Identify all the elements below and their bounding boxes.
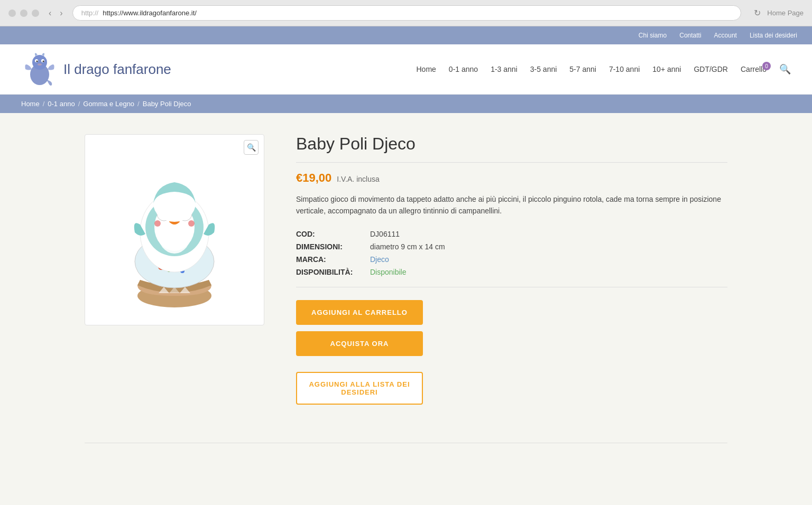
nav-home[interactable]: Home (417, 65, 436, 73)
url-bar[interactable]: http:// https://www.ildragofanfarone.it/ (72, 5, 742, 21)
traffic-light-maximize (32, 10, 39, 17)
logo-area[interactable]: Il drago fanfarone (21, 51, 171, 88)
svg-point-36 (162, 212, 164, 214)
svg-point-33 (154, 220, 161, 227)
browser-nav-arrows: ‹ › (45, 7, 66, 19)
top-nav-account[interactable]: Account (708, 30, 743, 41)
breadcrumb-0-1-anno[interactable]: 0-1 anno (48, 100, 75, 108)
back-button[interactable]: ‹ (45, 7, 54, 19)
marca-label: MARCA: (296, 255, 359, 264)
buy-now-button[interactable]: ACQUISTA ORA (296, 331, 423, 356)
cart-area[interactable]: Carrello 0 (741, 65, 767, 73)
home-page-button[interactable]: Home Page (767, 9, 804, 17)
nav-10-anni[interactable]: 10+ anni (652, 65, 681, 73)
top-nav-contatti[interactable]: Contatti (673, 30, 707, 41)
nav-0-1-anno[interactable]: 0-1 anno (449, 65, 478, 73)
dimensioni-label: DIMENSIONI: (296, 242, 359, 251)
top-nav-bar: Chi siamo Contatti Account Lista dei des… (0, 26, 812, 44)
url-protocol: http:// (81, 9, 99, 17)
nav-gdt-gdr[interactable]: GDT/GDR (694, 65, 728, 73)
product-description: Simpatico gioco di movimento da tappeto … (296, 193, 727, 217)
product-price: €19,00 I.V.A. inclusa (296, 171, 727, 185)
cart-badge: 0 (762, 62, 771, 70)
footer-divider (85, 443, 727, 443)
breadcrumb-gomma-legno[interactable]: Gomma e Legno (83, 100, 134, 108)
price-amount: €19,00 (296, 171, 331, 185)
logo-dragon-icon (21, 51, 58, 88)
breadcrumb-sep-2: / (78, 100, 80, 108)
product-divider-top (296, 162, 727, 163)
dimensioni-value: diametro 9 cm x 14 cm (370, 242, 445, 251)
product-title: Baby Poli Djeco (296, 134, 727, 154)
meta-row-marca: MARCA: Djeco (296, 255, 727, 264)
svg-point-37 (183, 212, 185, 214)
breadcrumb-current: Baby Poli Djeco (143, 100, 191, 108)
main-nav: Home 0-1 anno 1-3 anni 3-5 anni 5-7 anni… (417, 63, 791, 75)
svg-point-6 (38, 63, 42, 66)
nav-3-5-anni[interactable]: 3-5 anni (530, 65, 557, 73)
traffic-lights (8, 10, 39, 17)
breadcrumb-bar: Home / 0-1 anno / Gomma e Legno / Baby P… (0, 95, 812, 113)
svg-point-34 (188, 220, 195, 227)
disponibilita-value: Disponibile (370, 268, 406, 276)
svg-point-5 (43, 61, 44, 62)
browser-chrome: ‹ › http:// https://www.ildragofanfarone… (0, 0, 812, 26)
traffic-light-close (8, 10, 16, 17)
reload-icon[interactable]: ↻ (754, 8, 761, 18)
breadcrumb-sep-1: / (43, 100, 45, 108)
product-image-area: 🔍 (85, 134, 264, 325)
breadcrumb-home[interactable]: Home (21, 100, 40, 108)
svg-point-1 (32, 55, 47, 70)
url-text: https://www.ildragofanfarone.it/ (103, 9, 732, 17)
product-divider-bottom (296, 287, 727, 287)
product-details: Baby Poli Djeco €19,00 I.V.A. inclusa Si… (296, 134, 727, 411)
nav-1-3-anni[interactable]: 1-3 anni (491, 65, 518, 73)
svg-point-4 (36, 61, 38, 62)
zoom-icon-button[interactable]: 🔍 (244, 140, 259, 155)
breadcrumb: Home / 0-1 anno / Gomma e Legno / Baby P… (21, 100, 791, 108)
main-content: 🔍 (0, 113, 812, 432)
meta-row-disponibilita: DISPONIBILITÀ: Disponibile (296, 268, 727, 276)
marca-value[interactable]: Djeco (370, 255, 389, 264)
disponibilita-label: DISPONIBILITÀ: (296, 268, 359, 276)
nav-7-10-anni[interactable]: 7-10 anni (609, 65, 640, 73)
price-tax-label: I.V.A. inclusa (337, 175, 379, 183)
product-image (100, 145, 248, 314)
add-to-wishlist-button[interactable]: AGGIUNGI ALLA LISTA DEI DESIDERI (296, 372, 423, 405)
traffic-light-minimize (20, 10, 27, 17)
breadcrumb-sep-3: / (137, 100, 140, 108)
logo-text: Il drago fanfarone (63, 61, 171, 78)
meta-row-cod: COD: DJ06111 (296, 230, 727, 238)
add-to-cart-button[interactable]: AGGIUNGI AL CARRELLO (296, 300, 423, 325)
cod-value: DJ06111 (370, 230, 400, 238)
search-icon-button[interactable]: 🔍 (779, 63, 791, 75)
top-nav-chi-siamo[interactable]: Chi siamo (632, 30, 673, 41)
meta-row-dimensioni: DIMENSIONI: diametro 9 cm x 14 cm (296, 242, 727, 251)
cod-label: COD: (296, 230, 359, 238)
top-nav-wishlist[interactable]: Lista dei desideri (743, 30, 804, 41)
main-header: Il drago fanfarone Home 0-1 anno 1-3 ann… (0, 44, 812, 95)
nav-5-7-anni[interactable]: 5-7 anni (569, 65, 596, 73)
forward-button[interactable]: › (57, 7, 66, 19)
product-meta: COD: DJ06111 DIMENSIONI: diametro 9 cm x… (296, 230, 727, 276)
